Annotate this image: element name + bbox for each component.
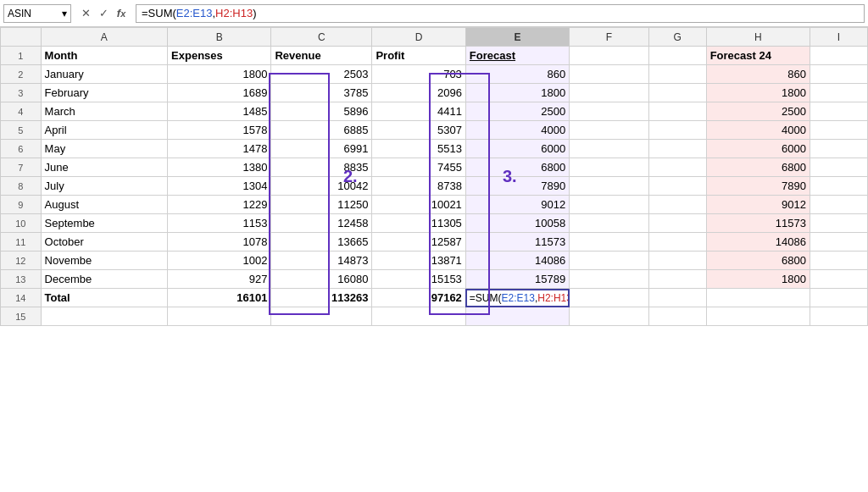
- col-header-h[interactable]: H: [706, 28, 810, 47]
- cell-f6[interactable]: [570, 140, 648, 158]
- cell-d5[interactable]: 5307: [372, 121, 465, 140]
- cell-d4[interactable]: 4411: [372, 102, 465, 121]
- cell-a12[interactable]: Novembe: [41, 252, 168, 270]
- col-header-b[interactable]: B: [168, 28, 271, 47]
- cell-c6[interactable]: 6991: [271, 140, 372, 158]
- cell-i10[interactable]: [810, 214, 867, 233]
- cell-d2[interactable]: 703: [372, 65, 465, 84]
- cell-h15[interactable]: [706, 307, 810, 326]
- cell-d14[interactable]: 97162: [372, 289, 465, 307]
- cell-f15[interactable]: [570, 307, 648, 326]
- cell-b14[interactable]: 16101: [168, 289, 271, 307]
- cell-a5[interactable]: April: [41, 121, 168, 140]
- cell-d15[interactable]: [372, 307, 465, 326]
- cell-f1[interactable]: [570, 47, 648, 65]
- cell-e7[interactable]: 6800: [465, 158, 569, 177]
- cell-b9[interactable]: 1229: [168, 196, 271, 214]
- cell-a3[interactable]: February: [41, 84, 168, 102]
- cell-f4[interactable]: [570, 102, 648, 121]
- col-header-a[interactable]: A: [41, 28, 168, 47]
- cell-h6[interactable]: 6000: [706, 140, 810, 158]
- cell-f10[interactable]: [570, 214, 648, 233]
- cell-d3[interactable]: 2096: [372, 84, 465, 102]
- cell-a1[interactable]: Month: [41, 47, 168, 65]
- cell-c2[interactable]: 2503: [271, 65, 372, 84]
- cell-h8[interactable]: 7890: [706, 177, 810, 196]
- cell-h7[interactable]: 6800: [706, 158, 810, 177]
- cell-f3[interactable]: [570, 84, 648, 102]
- cell-a8[interactable]: July: [41, 177, 168, 196]
- cell-d8[interactable]: 8738: [372, 177, 465, 196]
- cell-c8[interactable]: 10042: [271, 177, 372, 196]
- cell-h11[interactable]: 14086: [706, 233, 810, 252]
- cell-h1[interactable]: Forecast 24: [706, 47, 810, 65]
- cell-c12[interactable]: 14873: [271, 252, 372, 270]
- cell-g11[interactable]: [648, 233, 706, 252]
- cell-a11[interactable]: October: [41, 233, 168, 252]
- cell-d11[interactable]: 12587: [372, 233, 465, 252]
- cell-c1[interactable]: Revenue: [271, 47, 372, 65]
- cell-f8[interactable]: [570, 177, 648, 196]
- cell-e15[interactable]: [465, 307, 569, 326]
- cell-d7[interactable]: 7455: [372, 158, 465, 177]
- col-header-e[interactable]: E: [465, 28, 569, 47]
- function-icon[interactable]: fx: [114, 6, 129, 21]
- cell-g6[interactable]: [648, 140, 706, 158]
- cell-h3[interactable]: 1800: [706, 84, 810, 102]
- cell-b15[interactable]: [168, 307, 271, 326]
- name-box-dropdown-icon[interactable]: ▾: [62, 8, 67, 19]
- cell-g14[interactable]: [648, 289, 706, 307]
- cell-d10[interactable]: 11305: [372, 214, 465, 233]
- col-header-f[interactable]: F: [570, 28, 648, 47]
- cell-i13[interactable]: [810, 270, 867, 289]
- cell-d6[interactable]: 5513: [372, 140, 465, 158]
- cancel-icon[interactable]: ✕: [78, 6, 93, 21]
- cell-e1[interactable]: Forecast: [465, 47, 569, 65]
- cell-c15[interactable]: [271, 307, 372, 326]
- cell-g7[interactable]: [648, 158, 706, 177]
- cell-c11[interactable]: 13665: [271, 233, 372, 252]
- name-box[interactable]: ASIN ▾: [3, 4, 71, 23]
- cell-d1[interactable]: Profit: [372, 47, 465, 65]
- col-header-g[interactable]: G: [648, 28, 706, 47]
- cell-a4[interactable]: March: [41, 102, 168, 121]
- col-header-d[interactable]: D: [372, 28, 465, 47]
- cell-b1[interactable]: Expenses: [168, 47, 271, 65]
- cell-b6[interactable]: 1478: [168, 140, 271, 158]
- cell-g13[interactable]: [648, 270, 706, 289]
- cell-e8[interactable]: 7890: [465, 177, 569, 196]
- cell-i12[interactable]: [810, 252, 867, 270]
- cell-g10[interactable]: [648, 214, 706, 233]
- cell-f7[interactable]: [570, 158, 648, 177]
- cell-h10[interactable]: 11573: [706, 214, 810, 233]
- cell-e10[interactable]: 10058: [465, 214, 569, 233]
- cell-c7[interactable]: 8835: [271, 158, 372, 177]
- cell-c3[interactable]: 3785: [271, 84, 372, 102]
- cell-b4[interactable]: 1485: [168, 102, 271, 121]
- cell-f13[interactable]: [570, 270, 648, 289]
- cell-b8[interactable]: 1304: [168, 177, 271, 196]
- cell-c9[interactable]: 11250: [271, 196, 372, 214]
- cell-i15[interactable]: [810, 307, 867, 326]
- cell-b13[interactable]: 927: [168, 270, 271, 289]
- cell-b5[interactable]: 1578: [168, 121, 271, 140]
- cell-a6[interactable]: May: [41, 140, 168, 158]
- cell-h9[interactable]: 9012: [706, 196, 810, 214]
- cell-i9[interactable]: [810, 196, 867, 214]
- cell-a14[interactable]: Total: [41, 289, 168, 307]
- cell-b11[interactable]: 1078: [168, 233, 271, 252]
- cell-f12[interactable]: [570, 252, 648, 270]
- cell-d13[interactable]: 15153: [372, 270, 465, 289]
- cell-b2[interactable]: 1800: [168, 65, 271, 84]
- cell-h14[interactable]: [706, 289, 810, 307]
- cell-c10[interactable]: 12458: [271, 214, 372, 233]
- cell-f2[interactable]: [570, 65, 648, 84]
- cell-a7[interactable]: June: [41, 158, 168, 177]
- cell-d12[interactable]: 13871: [372, 252, 465, 270]
- cell-i14[interactable]: [810, 289, 867, 307]
- cell-e2[interactable]: 860: [465, 65, 569, 84]
- cell-h5[interactable]: 4000: [706, 121, 810, 140]
- cell-g1[interactable]: [648, 47, 706, 65]
- cell-f9[interactable]: [570, 196, 648, 214]
- cell-b3[interactable]: 1689: [168, 84, 271, 102]
